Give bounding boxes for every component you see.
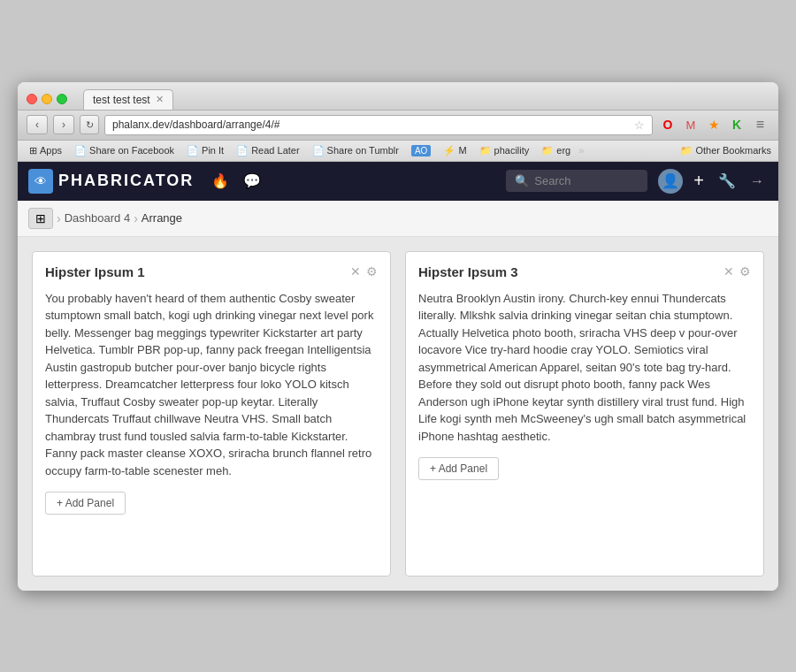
panel-3-header: Hipster Ipsum 3 ✕ ⚙ bbox=[418, 264, 751, 279]
other-bookmarks-icon: 📁 bbox=[680, 145, 693, 157]
plus-button[interactable]: + bbox=[690, 167, 708, 195]
readlater-icon: 📄 bbox=[236, 145, 249, 157]
facebook-icon: 📄 bbox=[74, 145, 87, 157]
bookmark-phacility[interactable]: 📁 phacility bbox=[475, 143, 534, 158]
refresh-icon: ↻ bbox=[86, 119, 94, 131]
search-icon: 🔍 bbox=[515, 174, 529, 187]
logo-text: PHABRICATOR bbox=[58, 172, 194, 190]
panel-1-settings-button[interactable]: ⚙ bbox=[366, 264, 378, 279]
bookmark-facebook[interactable]: 📄 Share on Facebook bbox=[70, 143, 179, 158]
traffic-lights bbox=[27, 94, 67, 104]
breadcrumb-dashboard[interactable]: Dashboard 4 bbox=[65, 211, 130, 225]
panel-3-title: Hipster Ipsum 3 bbox=[418, 264, 518, 279]
bookmark-m[interactable]: ⚡ M bbox=[439, 143, 471, 158]
phacility-icon: 📁 bbox=[479, 145, 492, 157]
m-icon: ⚡ bbox=[443, 145, 455, 157]
minimize-button[interactable] bbox=[42, 94, 52, 104]
flame-icon[interactable]: 🔥 bbox=[208, 169, 233, 193]
breadcrumb-separator-2: › bbox=[134, 211, 138, 225]
panel-3-actions: ✕ ⚙ bbox=[723, 264, 751, 279]
address-text: phalanx.dev/dashboard/arrange/4/# bbox=[112, 118, 631, 131]
breadcrumb-home[interactable]: ⊞ bbox=[28, 208, 53, 229]
tab-title: test test test bbox=[93, 94, 150, 106]
panel-1-header: Hipster Ipsum 1 ✕ ⚙ bbox=[45, 264, 378, 279]
panel-3: Hipster Ipsum 3 ✕ ⚙ Neutra Brooklyn Aust… bbox=[405, 251, 764, 577]
extension-icon[interactable]: K bbox=[727, 115, 746, 134]
app-logo: 👁 PHABRICATOR bbox=[28, 169, 194, 194]
breadcrumb-bar: ⊞ › Dashboard 4 › Arrange bbox=[18, 201, 778, 237]
back-button[interactable]: ‹ bbox=[27, 115, 48, 134]
signout-icon[interactable]: → bbox=[746, 170, 768, 193]
bookmark-erg[interactable]: 📁 erg bbox=[537, 143, 575, 158]
chat-icon[interactable]: 💬 bbox=[240, 169, 264, 193]
panel-1-actions: ✕ ⚙ bbox=[350, 264, 378, 279]
gmail-icon[interactable]: M bbox=[681, 115, 700, 134]
breadcrumb-arrange: Arrange bbox=[142, 211, 182, 225]
menu-icon[interactable]: ≡ bbox=[750, 115, 769, 134]
breadcrumb-separator-1: › bbox=[57, 211, 61, 225]
back-icon: ‹ bbox=[35, 118, 39, 131]
refresh-button[interactable]: ↻ bbox=[80, 115, 99, 134]
panel-1: Hipster Ipsum 1 ✕ ⚙ You probably haven't… bbox=[32, 251, 391, 577]
panel-1-title: Hipster Ipsum 1 bbox=[45, 264, 145, 279]
bookmark-apps[interactable]: ⊞ Apps bbox=[25, 143, 66, 158]
app-header: 👁 PHABRICATOR 🔥 💬 🔍 Search 👤 + 🔧 → bbox=[18, 162, 778, 201]
panel-1-body: You probably haven't heard of them authe… bbox=[45, 290, 378, 480]
panel-1-add-button[interactable]: + Add Panel bbox=[45, 492, 126, 515]
address-bar[interactable]: phalanx.dev/dashboard/arrange/4/# ☆ bbox=[104, 115, 653, 135]
close-button[interactable] bbox=[27, 94, 37, 104]
title-bar: test test test ✕ bbox=[18, 82, 778, 111]
bookmark-pinit[interactable]: 📄 Pin It bbox=[182, 143, 228, 158]
erg-icon: 📁 bbox=[541, 145, 554, 157]
forward-button[interactable]: › bbox=[53, 115, 74, 134]
panel-3-settings-button[interactable]: ⚙ bbox=[739, 264, 751, 279]
bookmark-readlater[interactable]: 📄 Read Later bbox=[232, 143, 303, 158]
avatar[interactable]: 👤 bbox=[658, 169, 683, 194]
logo-icon: 👁 bbox=[28, 169, 53, 194]
bookmark-star-icon[interactable]: ★ bbox=[704, 115, 723, 134]
tab-close-button[interactable]: ✕ bbox=[156, 94, 164, 105]
bookmarks-bar: ⊞ Apps 📄 Share on Facebook 📄 Pin It 📄 Re… bbox=[18, 141, 778, 162]
opera-icon[interactable]: O bbox=[658, 115, 677, 134]
panel-3-body: Neutra Brooklyn Austin irony. Church-key… bbox=[418, 290, 751, 446]
search-bar[interactable]: 🔍 Search bbox=[506, 170, 647, 192]
star-icon: ☆ bbox=[634, 118, 645, 132]
bookmark-ao[interactable]: AO bbox=[407, 143, 435, 158]
wrench-icon[interactable]: 🔧 bbox=[715, 169, 739, 193]
search-placeholder: Search bbox=[534, 174, 570, 187]
maximize-button[interactable] bbox=[57, 94, 67, 104]
bookmarks-overflow[interactable]: » bbox=[578, 145, 584, 156]
home-icon: ⊞ bbox=[35, 211, 46, 225]
nav-bar: ‹ › ↻ phalanx.dev/dashboard/arrange/4/# … bbox=[18, 111, 778, 141]
tumblr-icon: 📄 bbox=[312, 145, 325, 157]
header-right-icons: 👤 + 🔧 → bbox=[658, 167, 768, 195]
bookmark-tumblr[interactable]: 📄 Share on Tumblr bbox=[308, 143, 403, 158]
browser-window: test test test ✕ ‹ › ↻ phalanx.dev/dashb… bbox=[18, 82, 778, 591]
main-content: Hipster Ipsum 1 ✕ ⚙ You probably haven't… bbox=[18, 237, 778, 591]
panel-3-add-button[interactable]: + Add Panel bbox=[418, 457, 499, 480]
forward-icon: › bbox=[62, 118, 65, 131]
ao-icon: AO bbox=[411, 145, 431, 157]
apps-icon: ⊞ bbox=[29, 145, 37, 157]
other-bookmarks[interactable]: 📁 Other Bookmarks bbox=[680, 145, 771, 157]
panel-1-close-button[interactable]: ✕ bbox=[350, 264, 361, 279]
browser-tab[interactable]: test test test ✕ bbox=[83, 89, 173, 110]
header-icons: 🔥 💬 bbox=[208, 169, 264, 193]
nav-icons: O M ★ K ≡ bbox=[658, 115, 769, 134]
panel-3-close-button[interactable]: ✕ bbox=[723, 264, 734, 279]
pinit-icon: 📄 bbox=[187, 145, 199, 157]
